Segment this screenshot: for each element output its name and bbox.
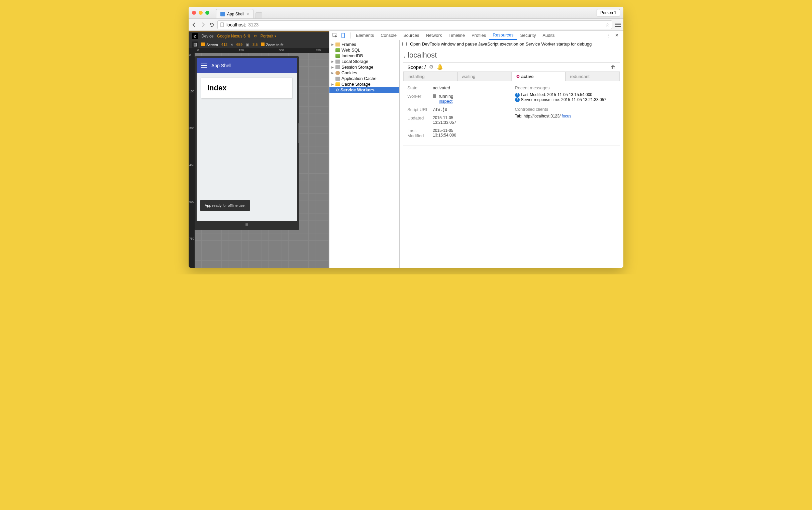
gear-icon: ⚙ <box>516 74 520 79</box>
chevron-updown-icon: ⇅ <box>247 34 250 38</box>
menu-button[interactable] <box>615 23 621 27</box>
tab-network[interactable]: Network <box>423 31 446 40</box>
info-icon: i <box>515 97 520 102</box>
tab-sources[interactable]: Sources <box>400 31 423 40</box>
tree-appcache[interactable]: Application Cache <box>329 76 399 81</box>
tab-title: App Shell <box>227 12 244 17</box>
devtools-close-icon[interactable]: ✕ <box>613 33 621 38</box>
device-frame: App Shell Index App ready for offline us… <box>194 56 299 230</box>
offline-toast: App ready for offline use. <box>200 200 250 211</box>
reload-button[interactable] <box>209 22 215 28</box>
url-host: localhost: <box>227 22 246 27</box>
tree-sessionstorage[interactable]: ▶Session Storage <box>329 64 399 70</box>
inspect-link[interactable]: inspect <box>439 99 452 104</box>
folder-icon <box>335 42 340 47</box>
device-subtoolbar: ▤ Screen 412 × 659 ▣ 3.5 Zoom to fit <box>189 41 329 48</box>
tree-indexeddb[interactable]: IndexedDB <box>329 53 399 59</box>
devtools-panel: Elements Console Sources Network Timelin… <box>329 31 623 268</box>
screen-width[interactable]: 412 <box>221 42 228 47</box>
focus-link[interactable]: focus <box>562 114 572 118</box>
update-icon[interactable]: ⚙ <box>429 64 433 70</box>
tree-frames[interactable]: ▶Frames <box>329 41 399 47</box>
svg-rect-2 <box>342 33 344 38</box>
tree-cookies[interactable]: ▶Cookies <box>329 70 399 76</box>
sw-host: . localhost <box>400 48 623 62</box>
sw-tab-active[interactable]: ⚙active <box>512 72 566 81</box>
sw-tab-redundant[interactable]: redundant <box>566 72 620 81</box>
sw-options-bar: Open DevTools window and pause JavaScrip… <box>400 40 623 48</box>
sw-tab-waiting[interactable]: waiting <box>457 72 512 81</box>
profile-button[interactable]: Person 1 <box>597 9 620 17</box>
device-label: Device <box>201 34 214 38</box>
page-icon <box>220 22 224 27</box>
device-mode-icon[interactable] <box>340 32 346 38</box>
tree-localstorage[interactable]: ▶Local Storage <box>329 59 399 64</box>
info-icon: i <box>515 93 520 97</box>
close-window-button[interactable] <box>192 11 196 15</box>
dpr-value[interactable]: 3.5 <box>252 42 258 47</box>
resources-tree: ▶Frames Web SQL IndexedDB ▶Local Storage… <box>329 40 400 268</box>
tab-resources[interactable]: Resources <box>489 31 517 40</box>
tree-websql[interactable]: Web SQL <box>329 47 399 53</box>
app-menu-icon[interactable] <box>201 64 207 67</box>
database-icon <box>335 54 340 58</box>
scope-bar: Scope: / ⚙ 🔔 🗑 <box>403 63 620 72</box>
recent-messages-head: Recent messages <box>515 85 616 90</box>
rotate-icon[interactable]: ⟳ <box>254 34 257 38</box>
gear-icon: ⚙ <box>335 88 339 92</box>
tab-console[interactable]: Console <box>377 31 400 40</box>
device-canvas: App Shell Index App ready for offline us… <box>194 53 329 268</box>
cookie-icon <box>335 71 340 75</box>
database-icon <box>335 48 340 52</box>
screen-checkbox[interactable] <box>201 42 205 46</box>
message-row: iLast-Modified: 2015-11-05 13:15:54.000 <box>515 92 616 97</box>
worker-status: running <box>439 94 453 99</box>
sw-state-tabs: installing waiting ⚙active redundant <box>403 72 620 81</box>
pause-on-startup-checkbox[interactable] <box>402 42 407 46</box>
zoom-checkbox[interactable] <box>261 42 265 46</box>
pause-on-startup-label: Open DevTools window and pause JavaScrip… <box>410 41 592 47</box>
tab-elements[interactable]: Elements <box>353 31 377 40</box>
app-title: App Shell <box>211 63 232 68</box>
forward-button[interactable] <box>200 22 206 28</box>
stop-worker-button[interactable] <box>433 94 436 98</box>
dpr-icon: ▣ <box>246 42 249 47</box>
tab-audits[interactable]: Audits <box>539 31 558 40</box>
index-card: Index <box>201 78 292 98</box>
no-throttle-icon[interactable]: ⊘ <box>192 33 198 39</box>
new-tab-button[interactable] <box>255 12 262 19</box>
screen-height[interactable]: 659 <box>236 42 242 47</box>
tab-strip: App Shell × <box>216 7 262 19</box>
device-toolbar: ⊘ Device Google Nexus 6 ⇅ ⟳ Portrait ▾ <box>189 31 329 41</box>
orientation-select[interactable]: Portrait ▾ <box>261 34 277 38</box>
media-queries-icon[interactable]: ▤ <box>192 41 198 48</box>
devtools-more-icon[interactable]: ⋮ <box>605 33 613 38</box>
address-bar[interactable]: localhost:3123 ☆ <box>217 21 612 29</box>
inspect-icon[interactable] <box>332 32 338 38</box>
bookmark-star-icon[interactable]: ☆ <box>605 22 610 27</box>
maximize-window-button[interactable] <box>205 11 209 15</box>
sw-details: Stateactivated Workerrunninginspect Scri… <box>403 81 620 146</box>
message-row: iServer response time: 2015-11-05 13:21:… <box>515 97 616 103</box>
sw-tab-installing[interactable]: installing <box>403 72 457 81</box>
browser-window: App Shell × Person 1 localhost:3123 ☆ ⊘ … <box>189 7 623 268</box>
device-scrollbar[interactable] <box>298 123 299 143</box>
favicon <box>220 12 225 17</box>
ruler-vertical: 0 150 300 450 600 750 <box>189 53 194 268</box>
browser-tab[interactable]: App Shell × <box>216 9 253 19</box>
tab-profiles[interactable]: Profiles <box>468 31 489 40</box>
tree-serviceworkers[interactable]: ⚙Service Workers <box>329 87 399 93</box>
titlebar: App Shell × Person 1 <box>189 7 623 19</box>
unregister-icon[interactable]: 🗑 <box>611 64 616 70</box>
device-screen[interactable]: App Shell Index App ready for offline us… <box>197 58 297 221</box>
tab-security[interactable]: Security <box>517 31 539 40</box>
back-button[interactable] <box>191 22 197 28</box>
window-controls <box>192 11 209 15</box>
tab-close-icon[interactable]: × <box>246 11 249 17</box>
tree-cachestorage[interactable]: ▶Cache Storage <box>329 81 399 87</box>
device-select[interactable]: Google Nexus 6 ⇅ <box>217 34 250 38</box>
push-icon[interactable]: 🔔 <box>437 64 443 70</box>
navbar: localhost:3123 ☆ <box>189 19 623 31</box>
minimize-window-button[interactable] <box>199 11 203 15</box>
tab-timeline[interactable]: Timeline <box>445 31 468 40</box>
